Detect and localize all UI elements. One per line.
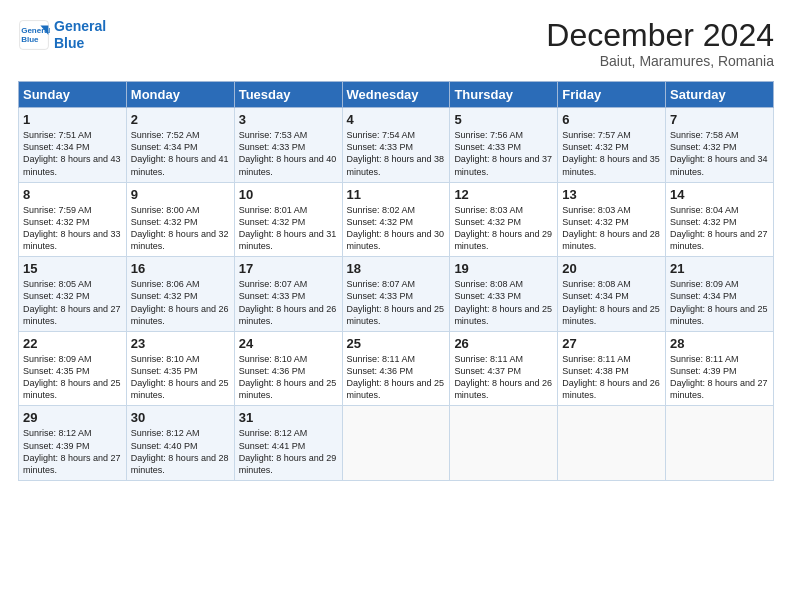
calendar-cell: 1Sunrise: 7:51 AMSunset: 4:34 PMDaylight… [19, 108, 127, 183]
cell-info: Sunrise: 8:09 AMSunset: 4:34 PMDaylight:… [670, 279, 768, 325]
logo-text-line2: Blue [54, 35, 106, 52]
cell-info: Sunrise: 8:11 AMSunset: 4:38 PMDaylight:… [562, 354, 660, 400]
header: General Blue General Blue December 2024 … [18, 18, 774, 69]
calendar-cell: 14Sunrise: 8:04 AMSunset: 4:32 PMDayligh… [666, 182, 774, 257]
calendar-cell: 31Sunrise: 8:12 AMSunset: 4:41 PMDayligh… [234, 406, 342, 481]
day-number: 27 [562, 336, 661, 351]
cell-info: Sunrise: 7:57 AMSunset: 4:32 PMDaylight:… [562, 130, 660, 176]
calendar-cell [342, 406, 450, 481]
day-number: 13 [562, 187, 661, 202]
title-area: December 2024 Baiut, Maramures, Romania [546, 18, 774, 69]
logo: General Blue General Blue [18, 18, 106, 52]
cell-info: Sunrise: 8:03 AMSunset: 4:32 PMDaylight:… [562, 205, 660, 251]
calendar-week-row: 15Sunrise: 8:05 AMSunset: 4:32 PMDayligh… [19, 257, 774, 332]
column-header-monday: Monday [126, 82, 234, 108]
day-number: 11 [347, 187, 446, 202]
calendar-cell: 10Sunrise: 8:01 AMSunset: 4:32 PMDayligh… [234, 182, 342, 257]
calendar-cell: 6Sunrise: 7:57 AMSunset: 4:32 PMDaylight… [558, 108, 666, 183]
day-number: 7 [670, 112, 769, 127]
cell-info: Sunrise: 8:11 AMSunset: 4:39 PMDaylight:… [670, 354, 768, 400]
day-number: 15 [23, 261, 122, 276]
calendar-cell: 18Sunrise: 8:07 AMSunset: 4:33 PMDayligh… [342, 257, 450, 332]
day-number: 20 [562, 261, 661, 276]
day-number: 5 [454, 112, 553, 127]
calendar-cell: 21Sunrise: 8:09 AMSunset: 4:34 PMDayligh… [666, 257, 774, 332]
cell-info: Sunrise: 7:59 AMSunset: 4:32 PMDaylight:… [23, 205, 121, 251]
cell-info: Sunrise: 8:11 AMSunset: 4:37 PMDaylight:… [454, 354, 552, 400]
calendar-week-row: 22Sunrise: 8:09 AMSunset: 4:35 PMDayligh… [19, 331, 774, 406]
column-header-thursday: Thursday [450, 82, 558, 108]
day-number: 3 [239, 112, 338, 127]
logo-icon: General Blue [18, 19, 50, 51]
cell-info: Sunrise: 8:08 AMSunset: 4:34 PMDaylight:… [562, 279, 660, 325]
calendar-cell: 5Sunrise: 7:56 AMSunset: 4:33 PMDaylight… [450, 108, 558, 183]
cell-info: Sunrise: 8:08 AMSunset: 4:33 PMDaylight:… [454, 279, 552, 325]
calendar-cell: 19Sunrise: 8:08 AMSunset: 4:33 PMDayligh… [450, 257, 558, 332]
cell-info: Sunrise: 7:52 AMSunset: 4:34 PMDaylight:… [131, 130, 229, 176]
cell-info: Sunrise: 8:02 AMSunset: 4:32 PMDaylight:… [347, 205, 445, 251]
day-number: 22 [23, 336, 122, 351]
day-number: 16 [131, 261, 230, 276]
calendar-cell: 17Sunrise: 8:07 AMSunset: 4:33 PMDayligh… [234, 257, 342, 332]
svg-text:Blue: Blue [21, 35, 39, 44]
column-header-wednesday: Wednesday [342, 82, 450, 108]
day-number: 31 [239, 410, 338, 425]
cell-info: Sunrise: 7:54 AMSunset: 4:33 PMDaylight:… [347, 130, 445, 176]
day-number: 21 [670, 261, 769, 276]
day-number: 6 [562, 112, 661, 127]
cell-info: Sunrise: 8:04 AMSunset: 4:32 PMDaylight:… [670, 205, 768, 251]
cell-info: Sunrise: 7:51 AMSunset: 4:34 PMDaylight:… [23, 130, 121, 176]
cell-info: Sunrise: 7:58 AMSunset: 4:32 PMDaylight:… [670, 130, 768, 176]
page: General Blue General Blue December 2024 … [0, 0, 792, 491]
cell-info: Sunrise: 8:11 AMSunset: 4:36 PMDaylight:… [347, 354, 445, 400]
cell-info: Sunrise: 8:12 AMSunset: 4:41 PMDaylight:… [239, 428, 337, 474]
cell-info: Sunrise: 8:01 AMSunset: 4:32 PMDaylight:… [239, 205, 337, 251]
cell-info: Sunrise: 8:09 AMSunset: 4:35 PMDaylight:… [23, 354, 121, 400]
cell-info: Sunrise: 8:10 AMSunset: 4:35 PMDaylight:… [131, 354, 229, 400]
calendar-week-row: 1Sunrise: 7:51 AMSunset: 4:34 PMDaylight… [19, 108, 774, 183]
calendar-table: SundayMondayTuesdayWednesdayThursdayFrid… [18, 81, 774, 481]
calendar-cell: 26Sunrise: 8:11 AMSunset: 4:37 PMDayligh… [450, 331, 558, 406]
day-number: 23 [131, 336, 230, 351]
day-number: 18 [347, 261, 446, 276]
calendar-cell: 3Sunrise: 7:53 AMSunset: 4:33 PMDaylight… [234, 108, 342, 183]
cell-info: Sunrise: 8:10 AMSunset: 4:36 PMDaylight:… [239, 354, 337, 400]
day-number: 19 [454, 261, 553, 276]
calendar-cell: 12Sunrise: 8:03 AMSunset: 4:32 PMDayligh… [450, 182, 558, 257]
calendar-cell: 13Sunrise: 8:03 AMSunset: 4:32 PMDayligh… [558, 182, 666, 257]
calendar-cell: 25Sunrise: 8:11 AMSunset: 4:36 PMDayligh… [342, 331, 450, 406]
cell-info: Sunrise: 8:07 AMSunset: 4:33 PMDaylight:… [239, 279, 337, 325]
calendar-cell [558, 406, 666, 481]
calendar-cell: 7Sunrise: 7:58 AMSunset: 4:32 PMDaylight… [666, 108, 774, 183]
calendar-cell: 23Sunrise: 8:10 AMSunset: 4:35 PMDayligh… [126, 331, 234, 406]
month-title: December 2024 [546, 18, 774, 53]
cell-info: Sunrise: 7:56 AMSunset: 4:33 PMDaylight:… [454, 130, 552, 176]
calendar-cell: 4Sunrise: 7:54 AMSunset: 4:33 PMDaylight… [342, 108, 450, 183]
calendar-cell: 28Sunrise: 8:11 AMSunset: 4:39 PMDayligh… [666, 331, 774, 406]
day-number: 30 [131, 410, 230, 425]
calendar-cell: 11Sunrise: 8:02 AMSunset: 4:32 PMDayligh… [342, 182, 450, 257]
cell-info: Sunrise: 8:06 AMSunset: 4:32 PMDaylight:… [131, 279, 229, 325]
day-number: 25 [347, 336, 446, 351]
column-header-saturday: Saturday [666, 82, 774, 108]
day-number: 2 [131, 112, 230, 127]
cell-info: Sunrise: 8:12 AMSunset: 4:40 PMDaylight:… [131, 428, 229, 474]
calendar-cell [450, 406, 558, 481]
day-number: 8 [23, 187, 122, 202]
calendar-week-row: 8Sunrise: 7:59 AMSunset: 4:32 PMDaylight… [19, 182, 774, 257]
column-header-sunday: Sunday [19, 82, 127, 108]
logo-text-line1: General [54, 18, 106, 35]
day-number: 4 [347, 112, 446, 127]
day-number: 26 [454, 336, 553, 351]
calendar-cell: 16Sunrise: 8:06 AMSunset: 4:32 PMDayligh… [126, 257, 234, 332]
calendar-cell: 20Sunrise: 8:08 AMSunset: 4:34 PMDayligh… [558, 257, 666, 332]
calendar-cell: 22Sunrise: 8:09 AMSunset: 4:35 PMDayligh… [19, 331, 127, 406]
column-header-tuesday: Tuesday [234, 82, 342, 108]
calendar-cell: 2Sunrise: 7:52 AMSunset: 4:34 PMDaylight… [126, 108, 234, 183]
cell-info: Sunrise: 8:07 AMSunset: 4:33 PMDaylight:… [347, 279, 445, 325]
column-header-friday: Friday [558, 82, 666, 108]
day-number: 9 [131, 187, 230, 202]
calendar-week-row: 29Sunrise: 8:12 AMSunset: 4:39 PMDayligh… [19, 406, 774, 481]
day-number: 1 [23, 112, 122, 127]
calendar-cell: 24Sunrise: 8:10 AMSunset: 4:36 PMDayligh… [234, 331, 342, 406]
